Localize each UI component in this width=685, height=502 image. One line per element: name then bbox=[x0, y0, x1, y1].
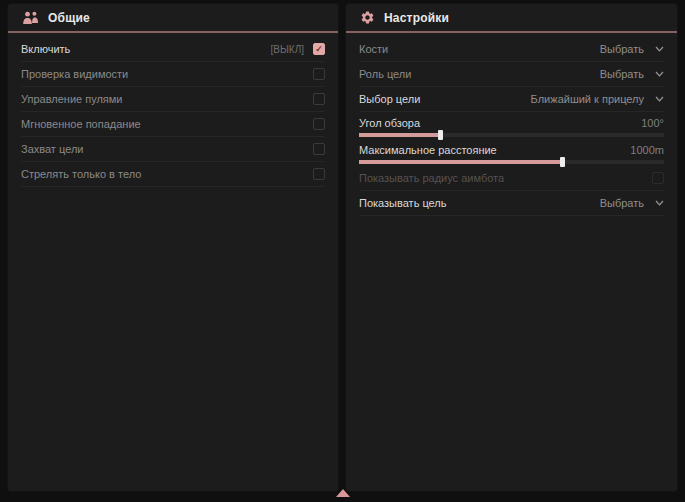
setting-label: Мгновенное попадание bbox=[21, 118, 141, 130]
checkbox[interactable] bbox=[313, 93, 325, 105]
setting-label: Роль цели bbox=[359, 68, 411, 80]
gear-icon bbox=[360, 10, 375, 25]
setting-label: Стрелять только в тело bbox=[21, 168, 141, 180]
setting-value: 1000m bbox=[630, 144, 664, 156]
dropdown[interactable]: Выбрать bbox=[600, 43, 664, 55]
panel-header: Общие bbox=[8, 4, 338, 31]
setting-control bbox=[313, 68, 325, 80]
setting-row: Максимальное расстояние1000m bbox=[359, 139, 664, 166]
setting-row: Выбор целиБлижайший к прицелу bbox=[359, 87, 664, 112]
chevron-down-icon bbox=[655, 46, 664, 52]
setting-label: Показывать цель bbox=[359, 197, 447, 209]
setting-label: Включить bbox=[21, 43, 70, 55]
checkbox[interactable]: ✓ bbox=[313, 43, 325, 55]
setting-row: Включить[ВЫКЛ]✓ bbox=[21, 37, 325, 62]
checkbox[interactable] bbox=[313, 168, 325, 180]
setting-row: Захват цели bbox=[21, 137, 325, 162]
setting-row: Роль целиВыбрать bbox=[359, 62, 664, 87]
slider-thumb[interactable] bbox=[560, 157, 565, 167]
dropdown-value: Выбрать bbox=[600, 197, 644, 209]
setting-row: Проверка видимости bbox=[21, 62, 325, 87]
settings-list: Включить[ВЫКЛ]✓Проверка видимостиУправле… bbox=[8, 33, 338, 187]
dropdown[interactable]: Ближайший к прицелу bbox=[531, 93, 664, 105]
panel-title: Общие bbox=[48, 11, 90, 25]
checkbox[interactable] bbox=[313, 68, 325, 80]
setting-row: Мгновенное попадание bbox=[21, 112, 325, 137]
setting-label: Проверка видимости bbox=[21, 68, 128, 80]
slider-fill bbox=[359, 160, 563, 164]
setting-label: Показывать радиус аимбота bbox=[359, 172, 504, 184]
setting-row: Показывать радиус аимбота bbox=[359, 166, 664, 191]
dropdown-value: Ближайший к прицелу bbox=[531, 93, 644, 105]
setting-control: Выбрать bbox=[600, 68, 664, 80]
slider-fill bbox=[359, 133, 441, 137]
slider-caption: Угол обзора100° bbox=[359, 115, 664, 130]
setting-row: Показывать цельВыбрать bbox=[359, 191, 664, 216]
panel-header: Настройки bbox=[346, 4, 677, 31]
panel-settings: Настройки КостиВыбратьРоль целиВыбратьВы… bbox=[346, 4, 677, 491]
chevron-down-icon bbox=[655, 200, 664, 206]
dropdown-value: Выбрать bbox=[600, 68, 644, 80]
slider-caption: Максимальное расстояние1000m bbox=[359, 142, 664, 157]
setting-control: [ВЫКЛ]✓ bbox=[271, 43, 325, 55]
setting-control bbox=[313, 93, 325, 105]
expand-handle-icon[interactable] bbox=[336, 489, 350, 497]
setting-control bbox=[313, 143, 325, 155]
setting-label: Кости bbox=[359, 43, 388, 55]
setting-label: Максимальное расстояние bbox=[359, 144, 497, 156]
setting-control: Ближайший к прицелу bbox=[531, 93, 664, 105]
setting-row: Угол обзора100° bbox=[359, 112, 664, 139]
slider[interactable] bbox=[359, 133, 664, 137]
checkbox[interactable] bbox=[313, 118, 325, 130]
setting-control bbox=[313, 118, 325, 130]
setting-control: Выбрать bbox=[600, 197, 664, 209]
setting-row: Стрелять только в тело bbox=[21, 162, 325, 187]
panel-title: Настройки bbox=[384, 11, 449, 25]
setting-row: КостиВыбрать bbox=[359, 37, 664, 62]
setting-label: Захват цели bbox=[21, 143, 83, 155]
settings-list: КостиВыбратьРоль целиВыбратьВыбор целиБл… bbox=[346, 33, 677, 216]
chevron-down-icon bbox=[655, 96, 664, 102]
setting-row: Управление пулями bbox=[21, 87, 325, 112]
setting-label: Выбор цели bbox=[359, 93, 420, 105]
dropdown[interactable]: Выбрать bbox=[600, 68, 664, 80]
dropdown-value: Выбрать bbox=[600, 43, 644, 55]
panel-general: Общие Включить[ВЫКЛ]✓Проверка видимостиУ… bbox=[8, 4, 338, 491]
setting-label: Управление пулями bbox=[21, 93, 123, 105]
chevron-down-icon bbox=[655, 71, 664, 77]
setting-label: Угол обзора bbox=[359, 117, 420, 129]
setting-control bbox=[313, 168, 325, 180]
checkbox[interactable] bbox=[652, 172, 664, 184]
setting-control bbox=[652, 172, 664, 184]
users-icon bbox=[22, 11, 39, 25]
slider[interactable] bbox=[359, 160, 664, 164]
setting-value: 100° bbox=[641, 117, 664, 129]
keybind-label: [ВЫКЛ] bbox=[271, 44, 304, 55]
slider-thumb[interactable] bbox=[438, 130, 443, 140]
checkbox[interactable] bbox=[313, 143, 325, 155]
setting-control: Выбрать bbox=[600, 43, 664, 55]
dropdown[interactable]: Выбрать bbox=[600, 197, 664, 209]
